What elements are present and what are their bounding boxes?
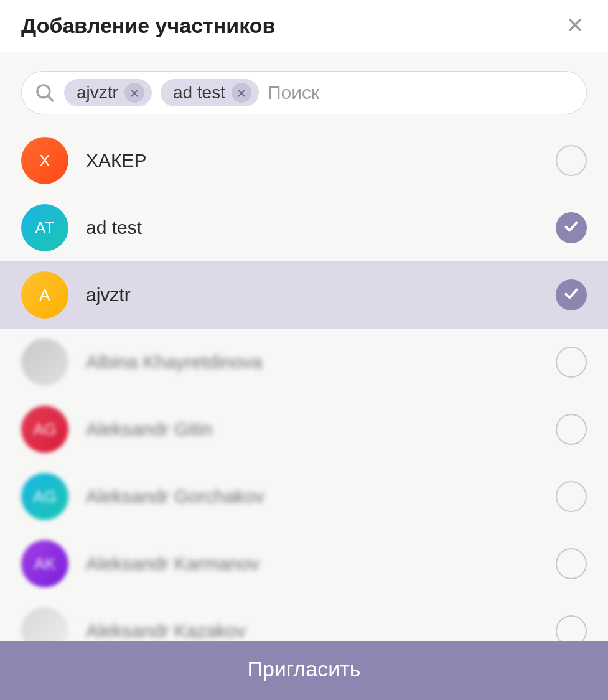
avatar: Х (21, 137, 68, 184)
close-icon (129, 83, 139, 103)
search-chip: ad test (161, 79, 259, 106)
contact-row[interactable]: Albina Khayretdinova (0, 329, 608, 396)
contact-row[interactable]: ATad test (0, 194, 608, 261)
contact-row[interactable]: ХХАКЕР (0, 127, 608, 194)
close-button[interactable] (563, 14, 587, 38)
avatar (21, 338, 68, 386)
add-participants-modal: Добавление участников ajvztr (0, 0, 608, 700)
select-checkbox[interactable] (556, 548, 587, 579)
contact-name: Albina Khayretdinova (86, 352, 538, 373)
contact-row[interactable]: Aleksandr Kazakov (0, 597, 608, 641)
avatar: A (21, 271, 68, 319)
avatar: AG (21, 473, 68, 520)
chip-remove-button[interactable] (124, 83, 144, 103)
modal-header: Добавление участников (0, 0, 608, 52)
avatar: AK (21, 540, 68, 587)
search-box[interactable]: ajvztr ad test (21, 71, 587, 114)
contact-row[interactable]: AGAleksandr Gorchakov (0, 463, 608, 530)
avatar (21, 607, 68, 641)
contact-row[interactable]: AKAleksandr Karmanov (0, 530, 608, 597)
select-checkbox[interactable] (556, 347, 587, 378)
contact-row[interactable]: AGAleksandr Gitin (0, 396, 608, 463)
contact-row[interactable]: Aajvztr (0, 261, 608, 329)
contact-list: ХХАКЕРATad testAajvztrAlbina Khayretdino… (0, 127, 608, 641)
contact-name: ХАКЕР (86, 150, 538, 171)
contact-name: Aleksandr Karmanov (86, 553, 538, 574)
close-icon (566, 16, 584, 36)
search-icon (34, 82, 55, 103)
search-chips: ajvztr ad test (64, 79, 259, 106)
modal-body: ajvztr ad test (0, 52, 608, 641)
contact-name: Aleksandr Gorchakov (86, 486, 538, 507)
chip-label: ad test (173, 83, 225, 103)
invite-button[interactable]: Пригласить (0, 641, 608, 700)
select-checkbox[interactable] (556, 212, 587, 243)
modal-title: Добавление участников (21, 14, 275, 38)
close-icon (236, 83, 246, 103)
check-icon (563, 286, 579, 304)
search-area: ajvztr ad test (0, 52, 608, 127)
select-checkbox[interactable] (556, 615, 587, 641)
select-checkbox[interactable] (556, 279, 587, 310)
svg-line-3 (48, 96, 52, 100)
contact-name: Aleksandr Gitin (86, 419, 538, 440)
search-input[interactable] (268, 82, 574, 103)
contact-name: Aleksandr Kazakov (86, 620, 538, 641)
check-icon (563, 218, 579, 237)
select-checkbox[interactable] (556, 145, 587, 176)
invite-label: Пригласить (247, 657, 360, 681)
select-checkbox[interactable] (556, 414, 587, 445)
avatar: AG (21, 406, 68, 453)
search-chip: ajvztr (64, 79, 152, 106)
select-checkbox[interactable] (556, 481, 587, 512)
contact-name: ajvztr (86, 284, 538, 306)
chip-label: ajvztr (77, 83, 118, 103)
avatar: AT (21, 204, 68, 251)
contact-name: ad test (86, 217, 538, 238)
chip-remove-button[interactable] (232, 83, 251, 103)
